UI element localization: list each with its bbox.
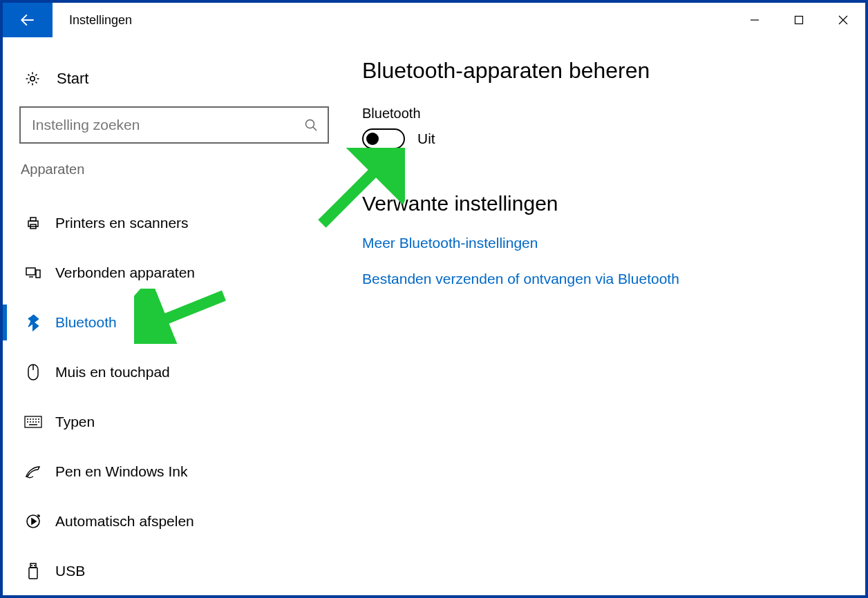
sidebar-item-autoplay[interactable]: Automatisch afspelen xyxy=(3,496,348,546)
search-icon xyxy=(304,118,318,132)
home-label: Start xyxy=(57,70,88,88)
search-input[interactable] xyxy=(32,117,304,133)
svg-rect-4 xyxy=(30,218,36,221)
sidebar: Start Apparaten Printers en scanners xyxy=(3,37,348,595)
sidebar-item-typing[interactable]: Typen xyxy=(3,397,348,447)
svg-rect-11 xyxy=(30,563,36,568)
window-controls xyxy=(733,3,865,37)
sidebar-item-bluetooth[interactable]: Bluetooth xyxy=(3,298,348,347)
bluetooth-icon xyxy=(23,314,43,331)
maximize-icon xyxy=(794,15,804,25)
devices-icon xyxy=(23,264,43,281)
svg-rect-3 xyxy=(28,221,38,226)
bluetooth-toggle-label: Bluetooth xyxy=(362,106,838,122)
usb-icon xyxy=(23,562,43,580)
minimize-icon xyxy=(750,15,760,25)
svg-rect-6 xyxy=(26,268,35,275)
mouse-icon xyxy=(23,363,43,381)
home-button[interactable]: Start xyxy=(3,64,348,94)
minimize-button[interactable] xyxy=(733,3,777,37)
arrow-left-icon xyxy=(19,11,37,29)
sidebar-item-mouse[interactable]: Muis en touchpad xyxy=(3,347,348,397)
sidebar-item-pen[interactable]: Pen en Windows Ink xyxy=(3,447,348,496)
sidebar-item-label: USB xyxy=(55,563,85,579)
svg-point-2 xyxy=(306,120,314,128)
bluetooth-toggle-state: Uit xyxy=(417,131,435,147)
keyboard-icon xyxy=(23,416,43,428)
back-button[interactable] xyxy=(3,3,53,37)
sidebar-item-printers[interactable]: Printers en scanners xyxy=(3,198,348,248)
search-box[interactable] xyxy=(19,106,329,144)
page-title: Bluetooth-apparaten beheren xyxy=(362,58,838,84)
sidebar-item-label: Bluetooth xyxy=(55,314,117,331)
svg-rect-7 xyxy=(36,270,40,278)
link-send-receive-files[interactable]: Bestanden verzenden of ontvangen via Blu… xyxy=(362,271,838,287)
bluetooth-toggle[interactable] xyxy=(362,128,405,149)
sidebar-item-usb[interactable]: USB xyxy=(3,546,348,596)
pen-icon xyxy=(23,464,43,479)
toggle-knob xyxy=(366,133,379,145)
sidebar-section-label: Apparaten xyxy=(3,162,348,177)
link-more-bluetooth-settings[interactable]: Meer Bluetooth-instellingen xyxy=(362,235,838,251)
main-panel: Bluetooth-apparaten beheren Bluetooth Ui… xyxy=(348,37,865,595)
sidebar-item-label: Printers en scanners xyxy=(55,215,189,231)
sidebar-item-connected-devices[interactable]: Verbonden apparaten xyxy=(3,248,348,298)
close-button[interactable] xyxy=(821,3,865,37)
sidebar-item-label: Pen en Windows Ink xyxy=(55,463,187,480)
sidebar-item-label: Muis en touchpad xyxy=(55,364,170,380)
svg-rect-12 xyxy=(29,568,37,579)
autoplay-icon xyxy=(23,513,43,530)
printer-icon xyxy=(23,215,43,231)
maximize-button[interactable] xyxy=(777,3,821,37)
sidebar-item-label: Verbonden apparaten xyxy=(55,264,195,281)
sidebar-item-label: Typen xyxy=(55,414,95,430)
related-settings-heading: Verwante instellingen xyxy=(362,192,838,215)
svg-rect-0 xyxy=(795,17,803,24)
titlebar: Instellingen xyxy=(3,3,865,37)
svg-point-1 xyxy=(30,77,35,81)
window-title: Instellingen xyxy=(53,3,733,37)
close-icon xyxy=(838,15,848,25)
sidebar-item-label: Automatisch afspelen xyxy=(55,513,194,530)
gear-icon xyxy=(23,70,41,87)
